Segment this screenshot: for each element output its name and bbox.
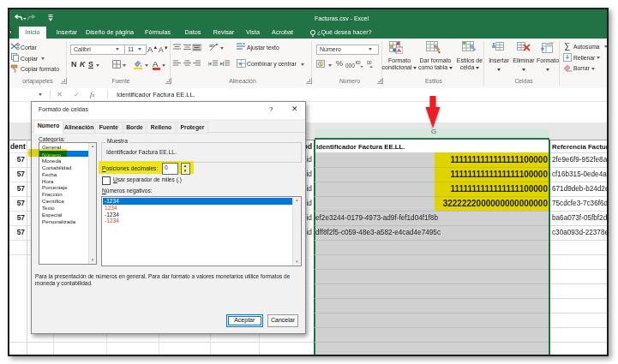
svg-text:$: $ <box>319 62 321 67</box>
svg-text:€0: €0 <box>356 60 361 65</box>
svg-text:ab: ab <box>209 43 215 48</box>
svg-text:00: 00 <box>367 60 372 65</box>
